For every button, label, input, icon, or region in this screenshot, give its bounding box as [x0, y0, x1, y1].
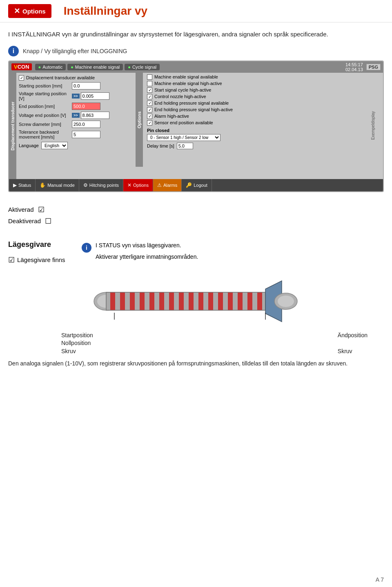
opt-row-4: End holding pressure signal available: [147, 101, 360, 106]
intro-section: I INSTÄLLNINGAR vyn är grundinställninga…: [0, 22, 392, 43]
end-pos-label: End position [mm]: [19, 104, 72, 109]
lagesgivare-right: i I STATUS vyn visas lägesgivaren. Aktiv…: [82, 240, 384, 264]
opt-label-1: Machine enable signal high-active: [154, 81, 222, 86]
opt-label-4: End holding pressure signal available: [154, 101, 229, 105]
nav-status[interactable]: ▶ Status: [9, 179, 36, 191]
activated-section: Aktiverad ☑ Deaktiverad ☐: [0, 199, 392, 232]
vcon-right-label: Exempeldisplay: [371, 111, 375, 140]
bottom-text: Den analoga signalen (1-10V), som regist…: [0, 355, 392, 376]
vcon-mode-cycle: ● Cycle signal: [125, 64, 160, 70]
lagesgivare-info-icon: i: [82, 243, 91, 253]
svg-rect-3: [110, 292, 115, 310]
start-label1: Startposition: [61, 332, 93, 340]
nav-hitching[interactable]: ⚙ Hitching points: [79, 179, 123, 191]
svg-rect-18: [257, 292, 262, 310]
vcon-options-label: Options: [136, 73, 143, 167]
nav-manual[interactable]: ✋ Manual mode: [36, 179, 79, 191]
lagesgivare-section: Lägesgivare ☑ Lägesgivare finns i I STAT…: [0, 232, 392, 269]
lang-select[interactable]: English: [41, 142, 68, 149]
nav-logout[interactable]: 🔑 Logout: [182, 179, 212, 191]
vcon-mode-machine: ● Machine enable signal: [67, 64, 123, 70]
opt-check-2[interactable]: [147, 87, 152, 93]
options-button[interactable]: ✕ Options: [8, 4, 51, 18]
opt-label-7: Sensor end position available: [154, 120, 213, 125]
displacement-label: Displacement transducer available: [26, 75, 95, 80]
nav-alarms[interactable]: ⚠ Alarms: [153, 179, 182, 191]
opt-row-1: Machine enable signal high-active: [147, 81, 360, 86]
tolerance-label: Tolerance backward movement [mm/s]: [19, 130, 72, 139]
opt-check-4[interactable]: [147, 101, 152, 106]
pin-closed-dropdown[interactable]: 0 - Sensor 1 high / Sensor 2 low: [147, 134, 220, 141]
manual-icon: ✋: [40, 182, 46, 188]
svg-rect-16: [238, 292, 243, 310]
opt-label-6: Alarm high-active: [154, 114, 189, 119]
voltage-start-input[interactable]: [81, 92, 109, 100]
svg-point-22: [278, 296, 294, 307]
info-row: i Knapp / Vy tillgänglig efter INLOGGNIN…: [0, 43, 392, 60]
end-label3: Skruv: [338, 347, 368, 356]
vcon-left-panel: Displacement transducer Displacement tra…: [9, 73, 136, 179]
vcon-navbar: ▶ Status ✋ Manual mode ⚙ Hitching points…: [9, 179, 383, 191]
vcon-left-label: Displacement transducer: [9, 73, 16, 179]
displacement-checkbox[interactable]: [19, 75, 24, 81]
start-pos-input[interactable]: [72, 82, 100, 90]
vcon-lang-row: Language English: [19, 142, 133, 149]
vcon-delay-row: Delay time [s]: [147, 143, 360, 149]
vcon-end-pos-row: End position [mm]: [19, 103, 133, 110]
end-pos-input[interactable]: [72, 103, 100, 110]
activated-checkbox: ☑: [38, 205, 45, 214]
end-label2: [338, 339, 368, 347]
end-label1: Ändposition: [338, 332, 368, 340]
voltage-end-input[interactable]: [81, 112, 109, 119]
start-label3: Skruv: [61, 347, 93, 356]
screw-diam-input[interactable]: [72, 121, 100, 128]
opt-row-0: Machine enable signal available: [147, 74, 360, 80]
svg-rect-13: [208, 292, 213, 310]
nav-options[interactable]: ✕ Options: [123, 179, 153, 191]
opt-check-5[interactable]: [147, 107, 152, 112]
vcon-mode-automatic: ● Automatic: [35, 64, 66, 70]
vcon-voltage-end-row: Voltage end position [V] >>: [19, 112, 133, 119]
screw-wrapper: [82, 277, 310, 326]
lagesgivare-checkbox: ☑: [8, 255, 15, 264]
vcon-right-panel: Exempeldisplay: [363, 73, 383, 179]
voltage-end-label: Voltage end position [V]: [19, 113, 72, 118]
start-pos-label: Starting position [mm]: [19, 83, 72, 88]
lagesgivare-sub-label: Lägesgivare finns: [17, 256, 65, 263]
options-button-label: Options: [22, 8, 46, 15]
opt-row-2: Start signal cycle high-active: [147, 87, 360, 93]
opt-label-5: End holding pressure signal high-active: [154, 107, 233, 112]
tolerance-input[interactable]: [72, 131, 100, 138]
header: ✕ Options Inställningar vy: [0, 0, 392, 22]
lagesgivare-description: Aktiverar ytterligare inmatningsområden.: [96, 253, 198, 260]
opt-check-1[interactable]: [147, 81, 152, 86]
svg-rect-5: [130, 292, 135, 310]
opt-label-0: Machine enable signal available: [154, 74, 218, 79]
opt-row-6: Alarm high-active: [147, 114, 360, 119]
delay-input[interactable]: [177, 143, 193, 149]
opt-check-6[interactable]: [147, 114, 152, 119]
vcon-screenshot: VCON ● Automatic ● Machine enable signal…: [8, 60, 384, 192]
svg-rect-9: [169, 292, 174, 310]
vcon-mode-btns: ● Automatic ● Machine enable signal ● Cy…: [35, 64, 160, 70]
bottom-text-content: Den analoga signalen (1-10V), som regist…: [8, 360, 347, 367]
alarms-icon: ⚠: [157, 182, 162, 188]
pin-closed-label: Pin closed: [147, 128, 360, 133]
screw-label-right: Ändposition Skruv: [338, 332, 368, 356]
page-number: A 7: [376, 576, 384, 583]
opt-label-2: Start signal cycle high-active: [154, 87, 211, 92]
lang-label: Language: [19, 143, 39, 148]
info-text: Knapp / Vy tillgänglig efter INLOGGNING: [23, 48, 127, 54]
svg-rect-4: [120, 292, 125, 310]
opt-check-0[interactable]: [147, 74, 152, 80]
voltage-end-arrow[interactable]: >>: [72, 113, 80, 118]
opt-row-7: Sensor end position available: [147, 120, 360, 125]
opt-check-7[interactable]: [147, 120, 152, 125]
logout-icon: 🔑: [186, 182, 192, 188]
opt-check-3[interactable]: [147, 94, 152, 99]
opt-row-3: Control nozzle high-active: [147, 94, 360, 99]
svg-rect-8: [159, 292, 164, 310]
lagesgivare-sub: ☑ Lägesgivare finns: [8, 255, 82, 264]
voltage-start-arrow[interactable]: >>: [72, 94, 80, 99]
options-nav-icon: ✕: [127, 182, 131, 188]
